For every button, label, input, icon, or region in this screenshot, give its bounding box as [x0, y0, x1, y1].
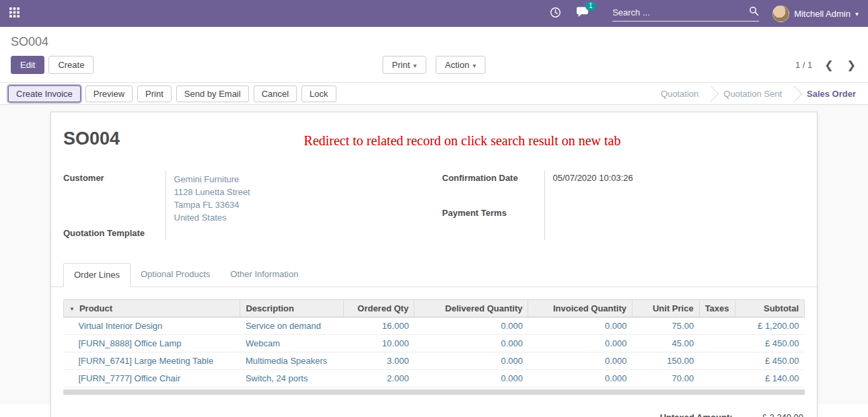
clock-icon [550, 7, 561, 21]
status-sales-order[interactable]: Sales Order [795, 89, 868, 99]
quotation-template-value [166, 226, 426, 240]
customer-value: Gemini Furniture 1128 Lunetta Street Tam… [166, 171, 426, 226]
description-cell: Multimedia Speakers [240, 352, 344, 370]
unit-price-cell: 45.00 [632, 335, 700, 352]
product-link[interactable]: [FURN_6741] Large Meeting Table [64, 352, 240, 370]
subtotal-cell: £ 450.00 [735, 335, 804, 352]
breadcrumb: SO004 [11, 35, 48, 48]
horizontal-scrollbar[interactable] [63, 389, 805, 395]
top-navbar: 1 Mitchell Admin ▾ [0, 0, 868, 27]
table-header-row: ▼Product Description Ordered Qty Deliver… [64, 300, 805, 317]
product-link[interactable]: Virtual Interior Design [64, 317, 240, 335]
order-lines-table: ▼Product Description Ordered Qty Deliver… [63, 299, 805, 387]
cancel-button[interactable]: Cancel [254, 85, 297, 102]
form-sheet: SO004 Redirect to related record on clic… [50, 112, 818, 417]
action-dropdown[interactable]: Action▾ [435, 56, 485, 74]
product-link[interactable]: [FURN_8888] Office Lamp [64, 335, 240, 352]
column-header-delivered-quantity[interactable]: Delivered Quantity [414, 300, 528, 317]
taxes-cell [699, 335, 735, 352]
search-input[interactable] [612, 5, 749, 20]
invoiced-qty-cell: 0.000 [528, 335, 632, 352]
pager-counter: 1 / 1 [795, 60, 812, 70]
customer-address-line: United States [174, 211, 427, 224]
apps-menu-button[interactable] [9, 7, 20, 20]
description-cell: Service on demand [240, 317, 344, 335]
messages-button[interactable]: 1 [576, 7, 589, 21]
user-avatar [772, 5, 789, 22]
tab-order-lines[interactable]: Order Lines [63, 263, 131, 287]
table-row[interactable]: [FURN_6741] Large Meeting Table Multimed… [64, 352, 805, 370]
invoiced-qty-cell: 0.000 [528, 352, 632, 370]
chevron-down-icon: ▾ [413, 62, 417, 69]
confirmation-date-label: Confirmation Date [442, 171, 544, 206]
product-link[interactable]: [FURN_7777] Office Chair [64, 370, 240, 387]
form-view-background: SO004 Redirect to related record on clic… [0, 105, 868, 404]
control-panel: Edit Create Print▾ Action▾ 1 / 1 ❮ ❯ [0, 50, 868, 82]
send-by-email-button[interactable]: Send by Email [176, 85, 249, 102]
pager-next-icon[interactable]: ❯ [846, 59, 857, 71]
column-header-unit-price[interactable]: Unit Price [632, 300, 700, 317]
table-row[interactable]: Virtual Interior Design Service on deman… [64, 317, 805, 335]
table-row[interactable]: [FURN_8888] Office Lamp Webcam 10.000 0.… [64, 335, 805, 352]
action-menus: Print▾ Action▾ [383, 56, 486, 74]
delivered-qty-cell: 0.000 [414, 370, 528, 387]
chevron-down-icon: ▾ [855, 10, 859, 17]
subtotal-cell: £ 450.00 [735, 352, 804, 370]
totals-section: Untaxed Amount: £ 2,240.00 [63, 412, 805, 417]
status-quotation[interactable]: Quotation [649, 89, 711, 99]
column-header-invoiced-quantity[interactable]: Invoiced Quantity [528, 300, 632, 317]
subtotal-cell: £ 1,200.00 [735, 317, 804, 335]
customer-link[interactable]: Gemini Furniture [174, 173, 427, 186]
search-icon[interactable] [749, 6, 759, 19]
delivered-qty-cell: 0.000 [414, 352, 528, 370]
description-cell: Webcam [240, 335, 344, 352]
preview-button[interactable]: Preview [85, 85, 133, 102]
create-button[interactable]: Create [48, 56, 94, 74]
unit-price-cell: 150.00 [632, 352, 700, 370]
table-row[interactable]: [FURN_7777] Office Chair Switch, 24 port… [64, 370, 805, 387]
notebook-tabs: Order Lines Optional Products Other Info… [51, 263, 817, 287]
ordered-qty-cell: 3.000 [344, 352, 414, 370]
payment-terms-label: Payment Terms [442, 206, 544, 241]
status-quotation-sent[interactable]: Quotation Sent [711, 89, 794, 99]
taxes-cell [699, 370, 735, 387]
column-header-taxes[interactable]: Taxes [699, 300, 735, 317]
delivered-qty-cell: 0.000 [414, 317, 528, 335]
column-header-product[interactable]: ▼Product [64, 300, 240, 317]
tab-other-information[interactable]: Other Information [220, 263, 308, 287]
sort-caret-icon: ▼ [69, 306, 75, 312]
customer-address-line: Tampa FL 33634 [174, 198, 427, 211]
ordered-qty-cell: 10.000 [344, 335, 414, 352]
invoiced-qty-cell: 0.000 [528, 370, 632, 387]
payment-terms-value [544, 206, 805, 241]
field-groups: Customer Gemini Furniture 1128 Lunetta S… [63, 171, 805, 240]
user-menu[interactable]: Mitchell Admin ▾ [772, 5, 859, 22]
unit-price-cell: 70.00 [632, 370, 700, 387]
edit-button[interactable]: Edit [11, 56, 44, 74]
taxes-cell [699, 317, 735, 335]
pager: 1 / 1 ❮ ❯ [795, 59, 857, 71]
confirmation-date-value: 05/07/2020 10:03:26 [544, 171, 805, 206]
record-title: SO004 [63, 128, 120, 149]
quotation-template-label: Quotation Template [63, 226, 166, 240]
statusbar: Create Invoice Preview Print Send by Ema… [0, 82, 868, 105]
print-button[interactable]: Print [137, 85, 172, 102]
lock-button[interactable]: Lock [301, 85, 336, 102]
tab-optional-products[interactable]: Optional Products [131, 263, 220, 287]
column-header-description[interactable]: Description [240, 300, 344, 317]
pager-previous-icon[interactable]: ❮ [823, 59, 834, 71]
create-invoice-button[interactable]: Create Invoice [8, 85, 81, 102]
untaxed-amount-value: £ 2,240.00 [762, 412, 803, 417]
column-header-subtotal[interactable]: Subtotal [735, 300, 804, 317]
column-header-ordered-qty[interactable]: Ordered Qty [344, 300, 414, 317]
left-field-group: Customer Gemini Furniture 1128 Lunetta S… [63, 171, 426, 240]
annotation-text: Redirect to related record on click sear… [120, 127, 805, 149]
ordered-qty-cell: 2.000 [344, 370, 414, 387]
untaxed-amount-label: Untaxed Amount: [660, 412, 733, 417]
print-dropdown[interactable]: Print▾ [383, 56, 427, 74]
chevron-down-icon: ▾ [472, 62, 476, 69]
description-cell: Switch, 24 ports [240, 370, 344, 387]
apps-grid-icon [9, 7, 20, 20]
activities-button[interactable] [550, 7, 561, 21]
unit-price-cell: 75.00 [632, 317, 700, 335]
